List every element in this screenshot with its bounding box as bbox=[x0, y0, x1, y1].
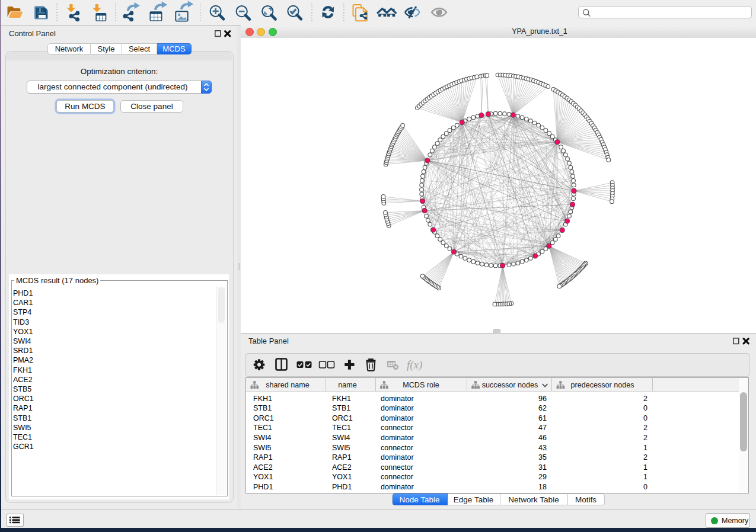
svg-text:successor nodes: successor nodes bbox=[482, 381, 538, 389]
svg-text:name: name bbox=[338, 381, 357, 389]
svg-text:MCDS role: MCDS role bbox=[403, 381, 439, 389]
svg-text:predecessor nodes: predecessor nodes bbox=[570, 381, 634, 389]
svg-text:f(x): f(x) bbox=[407, 358, 422, 371]
svg-text:shared name: shared name bbox=[266, 381, 310, 389]
